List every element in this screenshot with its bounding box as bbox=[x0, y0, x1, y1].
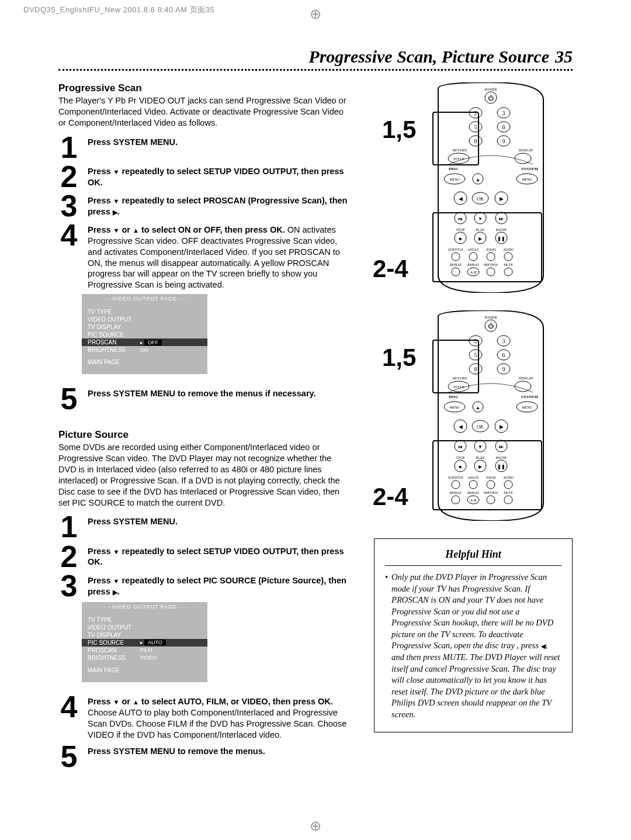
svg-text:⏻: ⏻ bbox=[488, 323, 494, 329]
down-arrow-icon bbox=[113, 547, 120, 556]
svg-text:DISC: DISC bbox=[449, 167, 459, 171]
right-arrow-icon bbox=[113, 587, 117, 596]
callout-2-4: 2-4 bbox=[373, 485, 408, 509]
svg-text:9: 9 bbox=[502, 138, 505, 144]
svg-text:MENU: MENU bbox=[449, 406, 460, 409]
callout-2-4: 2-4 bbox=[373, 257, 408, 281]
remote-illustration-2: POWER ⏻ 2 3 5 6 8 9 RETURN DISPLAY TITLE… bbox=[374, 310, 549, 521]
svg-text:◀: ◀ bbox=[459, 424, 463, 430]
step-5: 5 Press SYSTEM MENU to remove the menus … bbox=[58, 386, 351, 412]
helpful-hint-title: Helpful Hint bbox=[385, 548, 561, 566]
callout-box-1-5 bbox=[432, 112, 479, 165]
svg-text:▲: ▲ bbox=[476, 405, 480, 410]
step-2-4: 4 Press or to select AUTO, FILM, or VIDE… bbox=[58, 694, 351, 740]
svg-text:SYSTEM: SYSTEM bbox=[521, 395, 538, 399]
svg-text:SYSTEM: SYSTEM bbox=[521, 167, 538, 171]
print-header: DVDQ35_EnglishIFU_New 2001.8.6 8:40 AM 页… bbox=[23, 5, 214, 15]
svg-text:3: 3 bbox=[502, 110, 505, 116]
down-arrow-icon bbox=[113, 196, 120, 205]
remote-illustration-1: POWER ⏻ 2 3 5 6 8 9 RETURN DISPLAY TITLE bbox=[374, 82, 549, 293]
svg-text:3: 3 bbox=[502, 338, 505, 344]
svg-text:DISPLAY: DISPLAY bbox=[519, 148, 533, 152]
up-arrow-icon bbox=[133, 697, 139, 706]
svg-text:⏻: ⏻ bbox=[488, 95, 494, 101]
down-arrow-icon bbox=[113, 225, 120, 234]
step-3: 3 Press repeatedly to select PROSCAN (Pr… bbox=[58, 193, 351, 219]
svg-text:6: 6 bbox=[502, 352, 505, 358]
heading-progressive-scan: Progressive Scan bbox=[58, 82, 351, 94]
helpful-hint-box: Helpful Hint Only put the DVD Player in … bbox=[374, 538, 573, 732]
step-2-5: 5 Press SYSTEM MENU to remove the menus. bbox=[58, 744, 351, 769]
svg-text:OK: OK bbox=[477, 424, 484, 430]
step-4: 4 Press or to select ON or OFF, then pre… bbox=[58, 222, 351, 291]
svg-text:POWER: POWER bbox=[485, 88, 497, 91]
step-2-1: 1 Press SYSTEM MENU. bbox=[58, 514, 351, 540]
callout-box-2-4 bbox=[432, 440, 542, 510]
svg-text:▶: ▶ bbox=[500, 196, 504, 202]
helpful-hint-body: Only put the DVD Player in Progressive S… bbox=[385, 572, 561, 720]
svg-text:▶: ▶ bbox=[500, 424, 504, 430]
page-title: Progressive Scan, Picture Source bbox=[308, 47, 549, 67]
right-arrow-icon bbox=[113, 207, 117, 216]
dotted-rule bbox=[58, 69, 573, 71]
svg-text:DISC: DISC bbox=[449, 395, 459, 399]
svg-text:DISPLAY: DISPLAY bbox=[519, 376, 533, 380]
step-2-3: 3 Press repeatedly to select PIC SOURCE … bbox=[58, 573, 351, 599]
intro-progressive-scan: The Player's Y Pb Pr VIDEO OUT jacks can… bbox=[58, 95, 351, 129]
svg-text:9: 9 bbox=[502, 366, 505, 372]
down-arrow-icon bbox=[113, 697, 120, 706]
svg-text:▲: ▲ bbox=[476, 177, 480, 182]
page-content: Progressive Scan, Picture Source 35 Prog… bbox=[58, 47, 573, 773]
heading-picture-source: Picture Source bbox=[58, 429, 351, 441]
svg-text:MENU: MENU bbox=[449, 178, 460, 181]
down-arrow-icon bbox=[113, 167, 120, 176]
svg-text:6: 6 bbox=[502, 124, 505, 130]
svg-text:MENU: MENU bbox=[522, 178, 532, 181]
step-1: 1 Press SYSTEM MENU. bbox=[58, 134, 351, 160]
svg-text:POWER: POWER bbox=[485, 316, 497, 319]
intro-picture-source: Some DVDs are recorded using either Comp… bbox=[58, 442, 351, 508]
crop-mark-top: ⊕ bbox=[310, 6, 321, 22]
svg-text:◀: ◀ bbox=[459, 196, 463, 202]
video-output-menu-1: - - VIDEO OUTPUT PAGE - - TV TYPE VIDEO … bbox=[82, 294, 207, 374]
svg-text:OK: OK bbox=[477, 196, 484, 202]
crop-mark-bottom: ⊕ bbox=[310, 818, 321, 834]
page-number: 35 bbox=[555, 47, 573, 67]
down-arrow-icon bbox=[113, 576, 120, 585]
step-2-2: 2 Press repeatedly to select SETUP VIDEO… bbox=[58, 544, 351, 569]
callout-1-5: 1,5 bbox=[382, 117, 416, 142]
svg-text:MENU: MENU bbox=[522, 406, 532, 409]
callout-1-5: 1,5 bbox=[382, 345, 416, 370]
callout-box-2-4 bbox=[432, 212, 542, 282]
video-output-menu-2: - - VIDEO OUTPUT PAGE - - TV TYPE VIDEO … bbox=[82, 602, 207, 682]
up-arrow-icon bbox=[133, 225, 139, 234]
callout-box-1-5 bbox=[432, 340, 479, 393]
step-2: 2 Press repeatedly to select SETUP VIDEO… bbox=[58, 164, 351, 189]
